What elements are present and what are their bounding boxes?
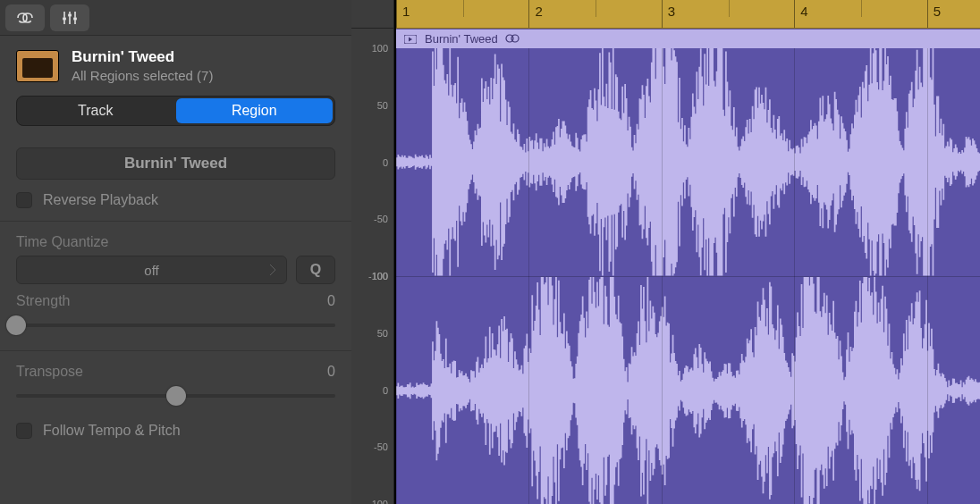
slider-thumb[interactable] (166, 386, 186, 406)
follow-tempo-label: Follow Tempo & Pitch (43, 423, 181, 439)
slider-thumb[interactable] (6, 315, 26, 335)
filter-icon (61, 10, 79, 26)
strength-label: Strength (16, 293, 70, 309)
loop-icon (14, 11, 36, 25)
y-tick: 0 (383, 385, 388, 396)
y-tick: 50 (377, 100, 388, 111)
filter-tool-button[interactable] (50, 4, 89, 31)
track-thumbnail (16, 50, 59, 82)
time-quantize-select[interactable]: off (16, 256, 287, 284)
bar-ruler[interactable]: 12345 (396, 0, 980, 29)
strength-slider[interactable] (16, 313, 335, 338)
bar-5[interactable]: 5 (927, 0, 980, 28)
waveform-channel-left (396, 48, 980, 276)
y-tick: -50 (374, 441, 388, 452)
waveform-editor: 100500-50-100 100500-50-100 12345 Burnin… (351, 0, 980, 504)
loop-tool-button[interactable] (5, 4, 45, 31)
time-quantize-controls: off Q (16, 256, 335, 284)
strength-value: 0 (327, 293, 335, 309)
follow-tempo-row[interactable]: Follow Tempo & Pitch (16, 423, 335, 439)
region-properties-panel: Burnin' Tweed Reverse Playback Time Quan… (0, 139, 351, 451)
inspector-toolbar (0, 0, 351, 36)
region-name-field[interactable]: Burnin' Tweed (16, 147, 335, 180)
tab-region[interactable]: Region (176, 98, 334, 123)
divider (0, 221, 351, 222)
transpose-value: 0 (327, 364, 335, 380)
reverse-playback-row[interactable]: Reverse Playback (16, 192, 335, 208)
region-title: Burnin' Tweed (72, 48, 213, 66)
inspector-panel: Burnin' Tweed All Regions selected (7) T… (0, 0, 351, 504)
time-quantize-label: Time Quantize (16, 234, 335, 250)
follow-tempo-checkbox[interactable] (16, 423, 32, 439)
waveform-channel-right (396, 276, 980, 505)
y-scale-bottom: 100500-50-100 (351, 276, 393, 504)
y-tick: -100 (368, 499, 388, 504)
stereo-icon (505, 32, 520, 46)
tab-track[interactable]: Track (17, 97, 174, 125)
play-icon (403, 34, 418, 45)
bar-1[interactable]: 1 (396, 0, 528, 28)
clip-header[interactable]: Burnin' Tweed (396, 29, 980, 48)
region-subtitle: All Regions selected (7) (72, 68, 213, 83)
y-tick: 50 (377, 328, 388, 339)
quantize-button[interactable]: Q (296, 256, 335, 284)
svg-point-2 (73, 17, 77, 21)
transpose-param: Transpose 0 (16, 364, 335, 380)
bar-3[interactable]: 3 (662, 0, 794, 28)
reverse-playback-label: Reverse Playback (43, 192, 158, 208)
slider-track (16, 323, 335, 327)
y-tick: 0 (383, 157, 388, 168)
audio-editor-root: Burnin' Tweed All Regions selected (7) T… (0, 0, 980, 504)
y-axis-gutter: 100500-50-100 100500-50-100 (351, 0, 394, 504)
bar-2[interactable]: 2 (528, 0, 661, 28)
transpose-slider[interactable] (16, 383, 335, 408)
svg-point-1 (68, 13, 72, 17)
y-scale-top: 100500-50-100 (351, 48, 393, 276)
strength-param: Strength 0 (16, 293, 335, 309)
editor-main: 12345 Burnin' Tweed (394, 0, 980, 504)
transpose-label: Transpose (16, 364, 83, 380)
y-tick: 100 (372, 271, 388, 281)
clip-label: Burnin' Tweed (425, 32, 498, 46)
region-header-row: Burnin' Tweed All Regions selected (7) (0, 36, 351, 92)
y-tick: 100 (372, 43, 388, 54)
reverse-playback-checkbox[interactable] (16, 192, 32, 208)
track-region-segmented[interactable]: Track Region (16, 96, 335, 126)
waveform-area[interactable] (396, 48, 980, 504)
bar-4[interactable]: 4 (794, 0, 926, 28)
divider (0, 350, 351, 351)
y-tick: -50 (374, 214, 388, 224)
svg-point-0 (63, 17, 66, 21)
region-title-block: Burnin' Tweed All Regions selected (7) (72, 48, 213, 83)
svg-point-5 (511, 35, 519, 42)
